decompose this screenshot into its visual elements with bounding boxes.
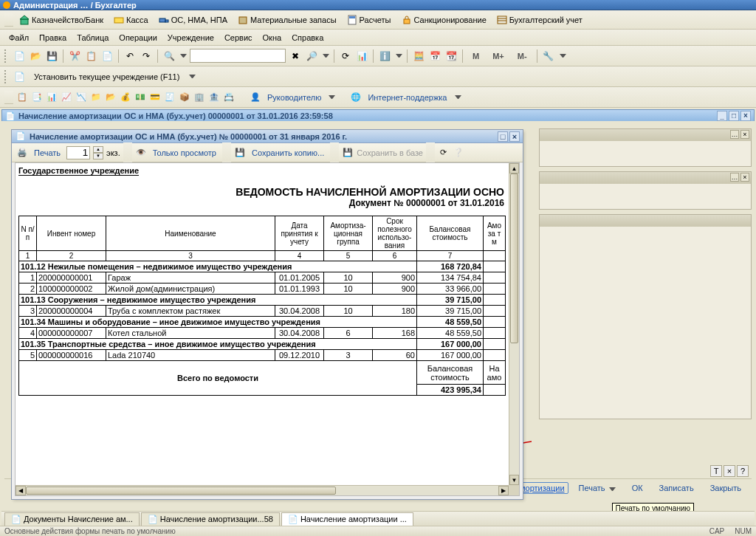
window-close-button[interactable]: × xyxy=(740,111,751,121)
i12[interactable]: 📦 xyxy=(179,92,190,103)
vscroll-thumb[interactable] xyxy=(510,173,518,343)
i10[interactable]: 💳 xyxy=(149,92,161,103)
t-button[interactable]: Т xyxy=(710,465,722,477)
calc2-icon[interactable]: 🧮 xyxy=(412,49,425,63)
module-accounting[interactable]: Бухгалтерский учет xyxy=(492,13,587,27)
print-link[interactable]: Печать xyxy=(31,147,63,159)
i2[interactable]: 📑 xyxy=(31,92,43,103)
calendar-icon[interactable]: 📅 xyxy=(428,49,441,63)
manager-button[interactable]: Руководителю xyxy=(264,92,324,103)
i11[interactable]: 🧾 xyxy=(164,92,176,103)
i13[interactable]: 🏢 xyxy=(193,92,205,103)
i1[interactable]: 📋 xyxy=(16,92,28,103)
menu-ops[interactable]: Операции xyxy=(114,32,161,44)
search-next-icon[interactable]: 🔎 xyxy=(305,49,318,63)
memory-mplus[interactable]: М+ xyxy=(487,50,509,62)
refresh-icon[interactable]: ⟳ xyxy=(339,49,352,63)
panel-2: …× xyxy=(539,171,752,210)
copies-spinner[interactable]: ▲▼ xyxy=(93,146,103,159)
p1-more[interactable]: … xyxy=(730,130,739,139)
wrench-icon[interactable]: 🔧 xyxy=(542,49,555,63)
save-icon[interactable]: 💾 xyxy=(45,49,58,63)
ok-button[interactable]: ОК xyxy=(626,482,649,494)
tab-2[interactable]: 📄Начисление амортизации...58 xyxy=(141,512,280,526)
toolbar-small: Т × ? xyxy=(710,465,749,477)
icons-toolbar: 📋 📑 📊 📈 📉 📁 📂 💰 💵 💳 🧾 📦 🏢 🏦 📇 👤 Руководи… xyxy=(0,87,756,108)
module-bar: Казначейство/Банк Касса ОС, НМА, НПА Мат… xyxy=(0,10,756,30)
status-num: NUM xyxy=(735,527,752,535)
q-icon[interactable]: ❔ xyxy=(453,147,464,159)
p1-close[interactable]: × xyxy=(740,130,749,139)
module-cash[interactable]: Касса xyxy=(109,13,153,27)
window-min-button[interactable]: _ xyxy=(717,111,727,121)
i9[interactable]: 💵 xyxy=(134,92,146,103)
save-button[interactable]: Записать xyxy=(653,482,700,494)
vscrollbar[interactable]: ▲ ▼ xyxy=(509,163,519,485)
period-icon[interactable]: 📆 xyxy=(444,49,458,63)
p2-more[interactable]: … xyxy=(730,173,739,182)
person-icon: 👤 xyxy=(250,92,261,103)
i14[interactable]: 🏦 xyxy=(208,92,220,103)
report-icon[interactable]: 📊 xyxy=(355,49,368,63)
db-save-icon: 💾 xyxy=(342,147,354,159)
module-treasury[interactable]: Казначейство/Банк xyxy=(15,13,108,27)
scroll-left-icon[interactable]: ◀ xyxy=(16,486,26,495)
pv-close[interactable]: × xyxy=(509,131,520,142)
i8[interactable]: 💰 xyxy=(120,92,131,103)
i3[interactable]: 📊 xyxy=(46,92,58,103)
new-icon[interactable]: 📄 xyxy=(13,49,26,63)
scroll-up-icon[interactable]: ▲ xyxy=(509,163,519,173)
redo-icon[interactable]: ↷ xyxy=(140,49,153,63)
x-button[interactable]: × xyxy=(724,465,735,477)
save-copy-link[interactable]: Сохранить копию... xyxy=(249,147,327,159)
scroll-down-icon[interactable]: ▼ xyxy=(509,475,519,485)
p2-close[interactable]: × xyxy=(740,173,749,182)
cut-icon[interactable]: ✂️ xyxy=(68,49,81,63)
hscroll-thumb[interactable] xyxy=(26,487,336,495)
calc-icon xyxy=(347,15,357,25)
i5[interactable]: 📉 xyxy=(75,92,87,103)
paste-icon[interactable]: 📄 xyxy=(100,49,114,63)
open-icon[interactable]: 📂 xyxy=(29,49,42,63)
memory-m[interactable]: М xyxy=(467,50,484,62)
window-max-button[interactable]: □ xyxy=(729,111,739,121)
report-view[interactable]: Государственное учреждение ВЕДОМОСТЬ НАЧ… xyxy=(16,163,509,485)
menu-service[interactable]: Сервис xyxy=(220,32,257,44)
menu-table[interactable]: Таблица xyxy=(72,32,113,44)
menu-file[interactable]: Файл xyxy=(4,32,33,44)
undo-icon[interactable]: ↶ xyxy=(123,49,137,63)
menu-windows[interactable]: Окна xyxy=(258,32,286,44)
module-inventory[interactable]: Материальные запасы xyxy=(233,13,341,27)
copy-icon[interactable]: 📋 xyxy=(84,49,97,63)
menu-org[interactable]: Учреждение xyxy=(163,32,219,44)
menu-help[interactable]: Справка xyxy=(287,32,328,44)
memory-mminus[interactable]: М- xyxy=(512,50,532,62)
menu-edit[interactable]: Правка xyxy=(35,32,71,44)
print-button[interactable]: Печать xyxy=(573,482,622,494)
i6[interactable]: 📁 xyxy=(90,92,102,103)
module-calc[interactable]: Расчеты xyxy=(343,13,396,27)
window-tabs: 📄Документы Начисление ам... 📄Начисление … xyxy=(1,511,755,526)
pv-max[interactable]: □ xyxy=(498,131,508,142)
hscrollbar[interactable]: ◀ ▶ xyxy=(16,485,509,495)
module-os[interactable]: ОС, НМА, НПА xyxy=(154,13,232,27)
i4[interactable]: 📈 xyxy=(61,92,72,103)
i15[interactable]: 📇 xyxy=(223,92,235,103)
tab-1[interactable]: 📄Документы Начисление ам... xyxy=(4,512,140,526)
q-button[interactable]: ? xyxy=(737,465,749,477)
close-button[interactable]: Закрыть xyxy=(704,482,747,494)
clear-icon[interactable]: ✖ xyxy=(289,49,302,63)
set-org-button[interactable]: Установить текущее учреждение (F11) xyxy=(29,71,185,83)
secondary-toolbar: 📄 Установить текущее учреждение (F11) xyxy=(0,66,756,87)
help-icon[interactable]: ℹ️ xyxy=(378,49,391,63)
find-icon[interactable]: 🔍 xyxy=(162,49,176,63)
search-input[interactable] xyxy=(190,49,286,63)
module-sanction[interactable]: Санкционирование xyxy=(397,13,491,27)
scroll-right-icon[interactable]: ▶ xyxy=(498,486,509,495)
i7[interactable]: 📂 xyxy=(105,92,117,103)
tab-3[interactable]: 📄Начисление амортизации ... xyxy=(281,512,413,526)
copies-input[interactable] xyxy=(66,146,90,159)
internet-button[interactable]: Интернет-поддержка xyxy=(365,92,450,103)
rerun-icon[interactable]: ⟳ xyxy=(438,147,450,159)
preview-only-link[interactable]: Только просмотр xyxy=(150,147,219,159)
